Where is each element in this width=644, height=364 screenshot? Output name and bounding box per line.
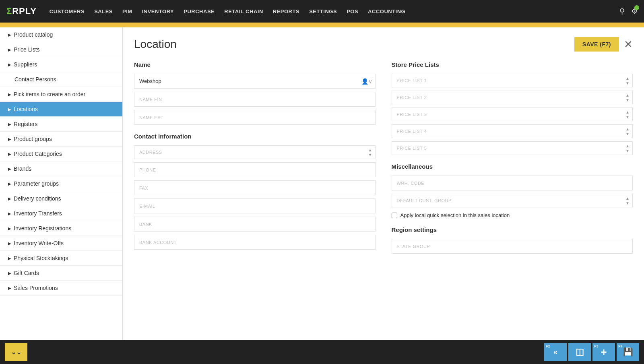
sidebar-item-label: Contact Persons xyxy=(14,76,56,83)
bank-input[interactable] xyxy=(134,217,376,232)
fax-input[interactable] xyxy=(134,180,376,195)
phone-row xyxy=(134,162,376,177)
default-cust-group-select[interactable]: DEFAULT CUST. GROUP xyxy=(392,194,633,207)
sidebar-item-inventory-writeoffs[interactable]: ▶ Inventory Write-Offs xyxy=(0,236,122,251)
sidebar-item-label: Locations xyxy=(14,106,38,112)
sidebar-item-label: Gift Cards xyxy=(14,270,39,276)
f3-label: F3 xyxy=(594,344,599,348)
f2-label: F2 xyxy=(546,344,550,348)
header-actions: SAVE (F7) ✕ xyxy=(574,37,633,52)
default-cust-group-wrapper: DEFAULT CUST. GROUP ▲▼ xyxy=(392,194,633,207)
sidebar-item-suppliers[interactable]: ▶ Suppliers xyxy=(0,57,122,72)
sidebar-item-gift-cards[interactable]: ▶ Gift Cards xyxy=(0,266,122,281)
sidebar-item-label: Product groups xyxy=(14,136,52,142)
state-group-input[interactable] xyxy=(392,239,633,254)
person-dropdown-icon[interactable]: 👤∨ xyxy=(361,78,372,85)
f3-add-button[interactable]: F3 + xyxy=(592,343,615,361)
contact-section-title: Contact information xyxy=(134,133,376,140)
sidebar-item-sales-promotions[interactable]: ▶ Sales Promotions xyxy=(0,281,122,296)
sidebar-item-product-categories[interactable]: ▶ Product Categories xyxy=(0,147,122,161)
main-layout: ▶ Product catalog ▶ Price Lists ▶ Suppli… xyxy=(0,27,644,340)
nav-right-actions: ⚲ ⚙ xyxy=(619,7,638,16)
name-fin-row xyxy=(134,92,376,107)
price-list-1-select[interactable]: PRICE LIST 1 xyxy=(392,74,633,87)
arrow-icon: ▶ xyxy=(8,48,11,52)
nav-reports[interactable]: REPORTS xyxy=(273,8,299,14)
phone-input[interactable] xyxy=(134,162,376,177)
arrow-icon: ▶ xyxy=(8,167,11,171)
address-field-wrapper: ADDRESS ▲ ▼ xyxy=(134,145,376,159)
email-row xyxy=(134,199,376,213)
sidebar-item-product-groups[interactable]: ▶ Product groups xyxy=(0,132,122,147)
price-list-5-row: PRICE LIST 5 ▲▼ xyxy=(392,141,633,155)
nav-retail-chain[interactable]: RETAIL CHAIN xyxy=(224,8,263,14)
page-title: Location xyxy=(134,38,177,51)
sidebar-item-locations[interactable]: ▶ Locations xyxy=(0,102,122,117)
sidebar-item-inventory-transfers[interactable]: ▶ Inventory Transfers xyxy=(0,206,122,221)
sidebar-item-inventory-registrations[interactable]: ▶ Inventory Registrations xyxy=(0,221,122,236)
arrow-icon: ▶ xyxy=(8,211,11,216)
sidebar-item-label: Inventory Registrations xyxy=(14,225,71,232)
wrh-code-input[interactable] xyxy=(392,176,633,190)
fax-row xyxy=(134,180,376,195)
price-list-2-select[interactable]: PRICE LIST 2 xyxy=(392,91,633,104)
bottom-right-actions: F2 « ◫ F3 + F7 💾 xyxy=(544,343,639,361)
nav-settings[interactable]: SETTINGS xyxy=(309,8,337,14)
bank-account-input[interactable] xyxy=(134,235,376,250)
chevron-down-icon: ⌄⌄ xyxy=(11,348,21,356)
name-eng-input[interactable] xyxy=(134,74,376,89)
price-list-5-wrapper: PRICE LIST 5 ▲▼ xyxy=(392,141,633,155)
sidebar-item-physical-stocktakings[interactable]: ▶ Physical Stocktakings xyxy=(0,251,122,266)
address-select[interactable]: ADDRESS xyxy=(134,145,376,159)
sidebar-item-contact-persons[interactable]: Contact Persons xyxy=(0,72,122,87)
sidebar-item-label: Parameter groups xyxy=(14,180,59,187)
sidebar: ▶ Product catalog ▶ Price Lists ▶ Suppli… xyxy=(0,27,123,340)
name-fin-input[interactable] xyxy=(134,92,376,107)
f7-save-button[interactable]: F7 💾 xyxy=(617,343,639,361)
save-button[interactable]: SAVE (F7) xyxy=(574,37,619,52)
sidebar-item-product-catalog[interactable]: ▶ Product catalog xyxy=(0,27,122,42)
collapse-button[interactable]: ⌄⌄ xyxy=(5,343,27,361)
sidebar-item-delivery-conditions[interactable]: ▶ Delivery conditions xyxy=(0,191,122,206)
price-list-5-select[interactable]: PRICE LIST 5 xyxy=(392,141,633,155)
nav-pim[interactable]: PIM xyxy=(122,8,132,14)
form-columns: Name 👤∨ Contact information xyxy=(134,61,633,257)
sidebar-item-label: Registers xyxy=(14,121,37,127)
sidebar-item-label: Product catalog xyxy=(14,31,53,38)
save-icon: 💾 xyxy=(623,348,633,356)
form-left: Name 👤∨ Contact information xyxy=(134,61,376,257)
price-list-4-select[interactable]: PRICE LIST 4 xyxy=(392,124,633,138)
email-input[interactable] xyxy=(134,199,376,213)
arrow-icon: ▶ xyxy=(8,92,11,97)
sidebar-item-price-lists[interactable]: ▶ Price Lists xyxy=(0,42,122,57)
bottom-bar: ⌄⌄ F2 « ◫ F3 + F7 💾 xyxy=(0,340,644,364)
sidebar-item-parameter-groups[interactable]: ▶ Parameter groups xyxy=(0,176,122,191)
price-list-2-row: PRICE LIST 2 ▲▼ xyxy=(392,91,633,104)
sidebar-item-label: Physical Stocktakings xyxy=(14,255,68,261)
price-list-3-select[interactable]: PRICE LIST 3 xyxy=(392,108,633,121)
local-quick-selection-checkbox[interactable] xyxy=(392,213,397,218)
f2-list-button[interactable]: ◫ xyxy=(568,343,591,361)
nav-pos[interactable]: POS xyxy=(347,8,358,14)
sidebar-item-registers[interactable]: ▶ Registers xyxy=(0,117,122,132)
state-group-row xyxy=(392,239,633,254)
nav-inventory[interactable]: INVENTORY xyxy=(142,8,174,14)
nav-purchase[interactable]: PURCHASE xyxy=(184,8,215,14)
arrow-icon: ▶ xyxy=(8,271,11,275)
gear-badge xyxy=(634,5,639,10)
nav-customers[interactable]: CUSTOMERS xyxy=(50,8,85,14)
search-icon[interactable]: ⚲ xyxy=(619,7,625,16)
nav-accounting[interactable]: ACCOUNTING xyxy=(368,8,405,14)
nav-sales[interactable]: SALES xyxy=(94,8,113,14)
close-button[interactable]: ✕ xyxy=(624,39,633,50)
arrow-icon: ▶ xyxy=(8,122,11,126)
arrow-icon: ▶ xyxy=(8,226,11,231)
sidebar-item-pick-items[interactable]: ▶ Pick items to create an order xyxy=(0,87,122,102)
sidebar-item-brands[interactable]: ▶ Brands xyxy=(0,161,122,176)
f2-back-button[interactable]: F2 « xyxy=(544,343,567,361)
name-est-input[interactable] xyxy=(134,110,376,125)
logo-accent: Σ xyxy=(6,6,12,16)
name-eng-field-wrapper: 👤∨ xyxy=(134,74,376,89)
settings-icon[interactable]: ⚙ xyxy=(631,7,638,16)
name-est-row xyxy=(134,110,376,125)
